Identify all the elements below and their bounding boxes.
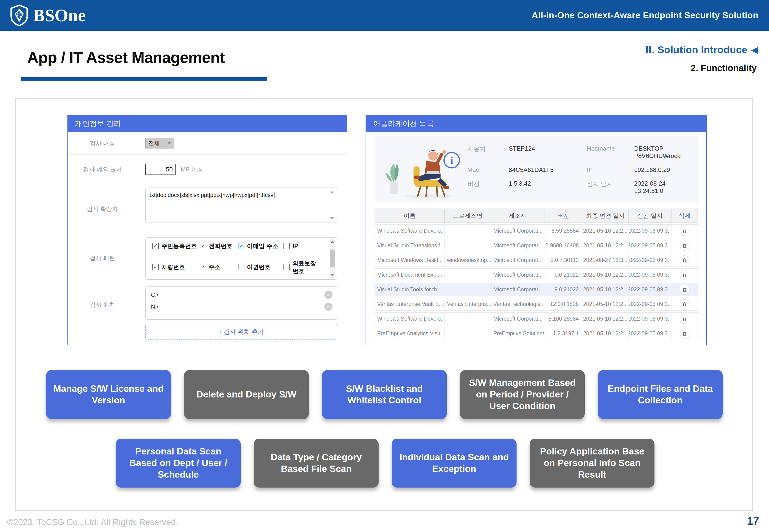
checkbox-label: IP xyxy=(292,243,298,249)
table-row[interactable]: Veritas Enterprise Vault S...Veritas Ent… xyxy=(374,298,698,311)
device-info-value: DESKTOP-P8V6GHU₩rocki xyxy=(634,145,692,160)
checkbox-label: 전화번호 xyxy=(209,242,232,250)
delete-app-button[interactable] xyxy=(680,270,690,280)
vendor-cell: Microsoft Corporat... xyxy=(491,225,545,237)
column-header: 제조사 xyxy=(491,209,545,222)
pattern-scrollbar[interactable] xyxy=(329,239,335,278)
size-limit-input[interactable]: 50 xyxy=(145,164,175,175)
delete-cell xyxy=(672,283,698,296)
scroll-up-icon[interactable] xyxy=(330,240,334,243)
vendor-cell: Microsoft Corporat... xyxy=(491,254,545,266)
table-row[interactable]: Windows Software Develo...Microsoft Corp… xyxy=(374,312,698,325)
delete-app-button[interactable] xyxy=(680,241,690,251)
logo-text: BSOne xyxy=(33,5,86,26)
scroll-down-icon[interactable] xyxy=(330,274,334,276)
vendor-cell: Microsoft Corporat... xyxy=(491,283,545,296)
column-header: 버전 xyxy=(545,209,582,222)
checkbox-unchecked-icon[interactable] xyxy=(283,243,290,249)
feature-block: Individual Data Scan and Exception xyxy=(392,439,517,488)
version-cell: 1.0.9600.16408 xyxy=(545,239,582,252)
app-name-cell: PreEmptive Analytics Visu... xyxy=(375,327,445,340)
extensions-textarea[interactable]: txt|doc|docx|xls|xlsx|ppt|pptx|hwp|hwpx|… xyxy=(145,188,337,223)
modified-date-cell: 2021-05-10 12:2... xyxy=(582,298,629,310)
check-date-cell: 2022-09-05 09:3... xyxy=(629,327,672,340)
scan-pattern-grid: ✓주민등록번호✓전화번호✓이메일 주소IP✓차량번호✓주소여권번호의료보장번호 xyxy=(152,238,321,279)
delete-app-button[interactable] xyxy=(680,226,690,236)
checkbox-label: 차량번호 xyxy=(161,263,185,271)
process-name-cell: windowsdesktop... xyxy=(445,254,491,266)
size-limit-value: 50 xyxy=(166,166,173,173)
process-name-cell: Veritas Enterpris... xyxy=(445,298,491,310)
remove-location-icon[interactable]: × xyxy=(324,303,332,311)
personal-info-panel-header: 개인정보 관리 xyxy=(68,115,346,132)
scrollbar-thumb[interactable] xyxy=(330,250,335,267)
checkbox-unchecked-icon[interactable] xyxy=(283,264,290,270)
device-info-grid: 사용자STEP124HostnameDESKTOP-P8V6GHU₩rockiM… xyxy=(467,145,692,195)
breadcrumb-subsection: 2. Functionality xyxy=(691,63,757,73)
process-name-cell xyxy=(445,269,491,281)
delete-app-button[interactable] xyxy=(680,314,690,324)
device-info-key: 버전 xyxy=(467,180,509,195)
check-date-cell: 2022-09-05 09:3... xyxy=(629,313,672,325)
size-limit-unit: MB 이상 xyxy=(181,166,203,173)
feature-block: Personal Data Scan Based on Dept / User … xyxy=(116,439,241,488)
pattern-checkbox-8[interactable]: 의료보장번호 xyxy=(283,259,321,275)
title-underline xyxy=(21,77,267,81)
table-row[interactable]: Microsoft Windows Deskt...windowsdesktop… xyxy=(374,254,698,267)
pattern-checkbox-2[interactable]: ✓전화번호 xyxy=(200,242,238,250)
add-location-button[interactable]: + 검사 위치 추가 xyxy=(145,324,337,340)
pattern-checkbox-7[interactable]: 여권번호 xyxy=(238,259,284,275)
remove-location-icon[interactable]: × xyxy=(324,291,332,299)
version-cell: 12.0.0.1528 xyxy=(545,298,582,310)
checkbox-checked-icon[interactable]: ✓ xyxy=(152,264,159,270)
table-row[interactable]: PreEmptive Analytics Visu...PreEmptive S… xyxy=(374,327,698,340)
modified-date-cell: 2021-08-27 13:3... xyxy=(582,254,629,266)
column-header: 최종 변경 일시 xyxy=(582,209,629,222)
pattern-checkbox-3[interactable]: ✓이메일 주소 xyxy=(238,242,284,250)
table-row[interactable]: Windows Software Develo...Microsoft Corp… xyxy=(374,224,698,237)
feature-block: S/W Blacklist and Whitelist Control xyxy=(322,370,447,419)
checkbox-checked-icon[interactable]: ✓ xyxy=(152,243,159,249)
personal-info-panel: 개인정보 관리 검사 대상 전체 검사 예외 크기 50 xyxy=(67,115,347,345)
table-row[interactable]: Visual Studio Extensions f...Microsoft C… xyxy=(374,239,698,252)
delete-app-button[interactable] xyxy=(680,285,690,295)
page-number: 17 xyxy=(747,515,759,527)
personal-info-panel-title: 개인정보 관리 xyxy=(75,119,121,129)
pattern-checkbox-6[interactable]: ✓주소 xyxy=(200,259,238,275)
device-info-key: 설치 일시 xyxy=(587,180,634,195)
pattern-checkbox-5[interactable]: ✓차량번호 xyxy=(152,259,200,275)
checkbox-checked-icon[interactable]: ✓ xyxy=(200,243,206,249)
checkbox-unchecked-icon[interactable] xyxy=(238,264,244,270)
vendor-cell: Veritas Technologie... xyxy=(491,298,545,310)
application-table-body: Windows Software Develo...Microsoft Corp… xyxy=(374,224,698,340)
delete-app-button[interactable] xyxy=(680,299,690,309)
scroll-up-icon[interactable] xyxy=(330,191,334,193)
feature-buttons-row-1: Manage S/W License and VersionDelete and… xyxy=(46,370,723,419)
app-name-cell: Visual Studio Extensions f... xyxy=(375,239,445,252)
delete-cell xyxy=(672,254,698,266)
extensions-row: 검사 확장자 txt|doc|docx|xls|xlsx|ppt|pptx|hw… xyxy=(68,184,346,234)
delete-cell xyxy=(672,239,698,252)
device-info-key: IP xyxy=(587,166,634,174)
table-row[interactable]: Microsoft Document Expl...Microsoft Corp… xyxy=(374,268,698,281)
presentation-slide: BSOne All-in-One Context-Aware Endpoint … xyxy=(0,0,769,532)
table-row[interactable]: Visual Studio Tools for th...Microsoft C… xyxy=(374,283,698,296)
checkbox-label: 의료보장번호 xyxy=(292,259,321,275)
checkbox-checked-icon[interactable]: ✓ xyxy=(238,243,244,249)
pattern-checkbox-4[interactable]: IP xyxy=(283,242,321,250)
version-cell: 9.0.21022 xyxy=(545,269,582,281)
pattern-checkbox-1[interactable]: ✓주민등록번호 xyxy=(152,242,200,250)
application-list-panel-header: 어플리케이션 목록 xyxy=(366,115,706,132)
scan-target-label: 검사 대상 xyxy=(68,132,137,154)
delete-app-button[interactable] xyxy=(680,329,690,339)
text-cursor xyxy=(274,192,274,198)
scan-location-item-1: C:\× xyxy=(146,289,337,301)
svg-text:i: i xyxy=(450,154,453,166)
size-limit-label: 검사 예외 크기 xyxy=(68,155,137,184)
scan-target-select[interactable]: 전체 xyxy=(145,138,174,148)
delete-cell xyxy=(672,327,698,340)
process-name-cell xyxy=(445,239,491,252)
scroll-down-icon[interactable] xyxy=(330,217,334,220)
checkbox-checked-icon[interactable]: ✓ xyxy=(200,264,206,270)
delete-app-button[interactable] xyxy=(680,255,690,265)
